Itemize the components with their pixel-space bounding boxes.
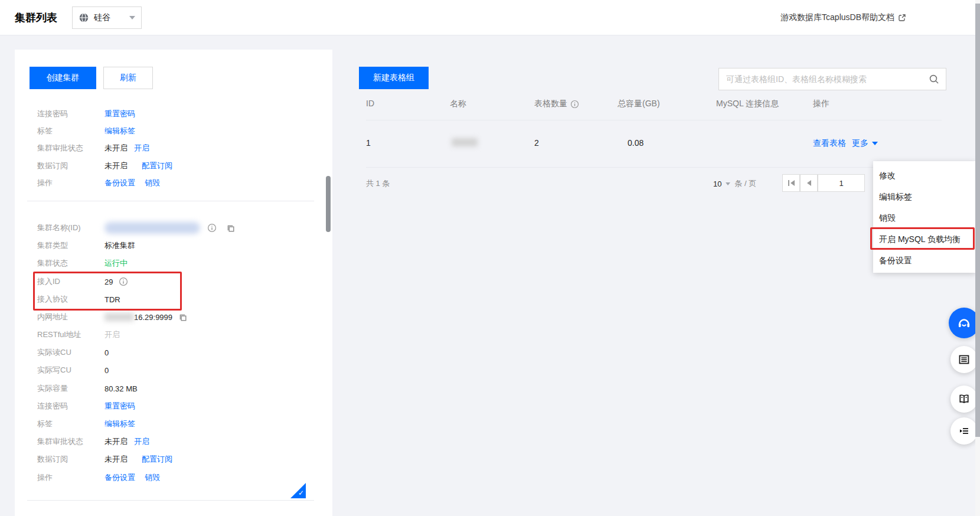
region-label: 硅谷 <box>94 12 110 23</box>
chevron-down-icon <box>872 142 878 145</box>
field-label: 标签 <box>37 126 104 136</box>
field-label: 数据订阅 <box>37 161 104 171</box>
refresh-button[interactable]: 刷新 <box>103 67 153 89</box>
field-row-approval2: 集群审批状态 未开启 开启 <box>37 436 149 448</box>
field-label: 集群审批状态 <box>37 143 104 154</box>
edit-tag-link[interactable]: 编辑标签 <box>104 419 135 429</box>
column-header-name: 名称 <box>450 99 466 109</box>
private-addr-value: 16.29:9999 <box>134 313 172 322</box>
create-cluster-button[interactable]: 创建集群 <box>30 67 96 89</box>
destroy-link[interactable]: 销毁 <box>145 472 160 483</box>
info-icon[interactable] <box>119 277 128 286</box>
menu-item-edit-tag[interactable]: 编辑标签 <box>873 187 976 208</box>
survey-button[interactable] <box>950 346 978 373</box>
column-header-actions: 操作 <box>813 99 829 109</box>
field-row-capacity: 实际容量 80.32 MB <box>37 383 138 394</box>
cell-capacity: 0.08 <box>628 138 643 148</box>
destroy-link[interactable]: 销毁 <box>145 178 160 188</box>
protocol-value: TDR <box>104 295 120 304</box>
panel-scrollbar-thumb[interactable] <box>326 176 331 232</box>
more-dropdown-link[interactable]: 更多 <box>852 138 878 149</box>
outline-menu-button[interactable] <box>950 417 978 445</box>
field-label: 集群类型 <box>37 240 104 251</box>
column-header-capacity: 总容量(GB) <box>618 99 660 109</box>
restful-value: 开启 <box>104 329 120 340</box>
new-table-group-button[interactable]: 新建表格组 <box>359 67 429 89</box>
column-header-id: ID <box>366 99 374 108</box>
column-header-table-count: 表格数量 <box>534 99 579 109</box>
form-list-icon <box>958 353 971 366</box>
edit-tag-link[interactable]: 编辑标签 <box>104 126 135 136</box>
search-box <box>718 68 946 90</box>
cluster-type-value: 标准集群 <box>104 240 135 251</box>
field-label: 接入ID <box>37 276 104 287</box>
field-row-restful: RESTful地址 开启 <box>37 329 120 341</box>
field-row-password2: 连接密码 重置密码 <box>37 400 135 412</box>
more-actions-menu: 修改 编辑标签 销毁 开启 MySQL 负载均衡 备份设置 <box>873 161 976 273</box>
backup-settings-link[interactable]: 备份设置 <box>104 472 135 483</box>
copy-icon[interactable] <box>178 313 187 322</box>
first-page-button[interactable] <box>782 174 800 192</box>
check-icon: ✓ <box>298 489 304 497</box>
total-count-label: 共 1 条 <box>366 178 390 189</box>
per-page-label: 条 / 页 <box>734 178 756 189</box>
region-selector[interactable]: 硅谷 <box>72 6 142 29</box>
topbar: 集群列表 硅谷 游戏数据库TcaplusDB帮助文档 <box>0 0 980 35</box>
backup-settings-link[interactable]: 备份设置 <box>104 178 135 188</box>
configure-subscription-link[interactable]: 配置订阅 <box>142 454 172 465</box>
table-divider <box>366 167 942 168</box>
globe-icon <box>79 12 89 23</box>
view-tables-link[interactable]: 查看表格 <box>813 138 846 149</box>
search-input[interactable] <box>719 74 922 84</box>
field-row-operation: 操作 备份设置 销毁 <box>37 177 160 189</box>
reset-password-link[interactable]: 重置密码 <box>104 109 135 119</box>
write-cu-value: 0 <box>104 366 109 375</box>
approval-status: 未开启 <box>104 436 128 447</box>
menu-item-modify[interactable]: 修改 <box>873 165 976 187</box>
menu-item-backup-settings[interactable]: 备份设置 <box>873 250 976 272</box>
field-row-subscription: 数据订阅 未开启 配置订阅 <box>37 160 172 172</box>
configure-subscription-link[interactable]: 配置订阅 <box>142 161 172 171</box>
page-title: 集群列表 <box>15 11 57 25</box>
search-icon[interactable] <box>922 74 946 84</box>
page-size-selector[interactable]: 10 条 / 页 <box>713 178 756 189</box>
cell-actions: 查看表格 更多 <box>813 138 878 149</box>
field-row-access-id: 接入ID 29 <box>37 276 128 288</box>
prev-page-button[interactable] <box>800 174 818 192</box>
help-doc-link[interactable]: 游戏数据库TcaplusDB帮助文档 <box>780 0 906 35</box>
more-label: 更多 <box>852 138 868 149</box>
menu-item-destroy[interactable]: 销毁 <box>873 208 976 229</box>
field-label: RESTful地址 <box>37 329 104 340</box>
field-label: 实际容量 <box>37 383 104 394</box>
enable-approval-link[interactable]: 开启 <box>134 436 149 447</box>
field-row-cluster-name: 集群名称(ID) <box>37 222 235 234</box>
docs-button[interactable] <box>950 386 978 413</box>
field-row-approval: 集群审批状态 未开启 开启 <box>37 142 149 154</box>
reset-password-link[interactable]: 重置密码 <box>104 401 135 412</box>
field-row-protocol: 接入协议 TDR <box>37 293 120 305</box>
field-label: 操作 <box>37 472 104 483</box>
field-label: 集群状态 <box>37 258 104 269</box>
field-label: 操作 <box>37 178 104 188</box>
page-scrollbar-thumb[interactable] <box>975 4 980 437</box>
access-id-value: 29 <box>104 277 113 286</box>
help-doc-label: 游戏数据库TcaplusDB帮助文档 <box>780 12 894 23</box>
field-row-operation2: 操作 备份设置 销毁 <box>37 472 160 484</box>
info-icon[interactable] <box>570 100 579 109</box>
triangle-left-icon <box>790 180 795 186</box>
info-icon[interactable] <box>207 223 217 233</box>
cell-name <box>452 138 478 146</box>
field-row-private-addr: 内网地址 16.29:9999 <box>37 311 187 323</box>
read-cu-value: 0 <box>104 348 109 357</box>
field-label: 标签 <box>37 419 104 429</box>
headset-icon <box>956 315 972 331</box>
enable-approval-link[interactable]: 开启 <box>134 143 149 154</box>
page-number-input[interactable] <box>818 174 865 192</box>
first-page-icon <box>788 180 789 186</box>
field-row-password: 连接密码 重置密码 <box>37 108 135 120</box>
ip-prefix-redacted <box>104 313 134 321</box>
field-label: 连接密码 <box>37 109 104 119</box>
copy-icon[interactable] <box>226 224 235 233</box>
menu-item-enable-mysql-lb[interactable]: 开启 MySQL 负载均衡 <box>873 229 976 250</box>
field-label: 数据订阅 <box>37 454 104 465</box>
